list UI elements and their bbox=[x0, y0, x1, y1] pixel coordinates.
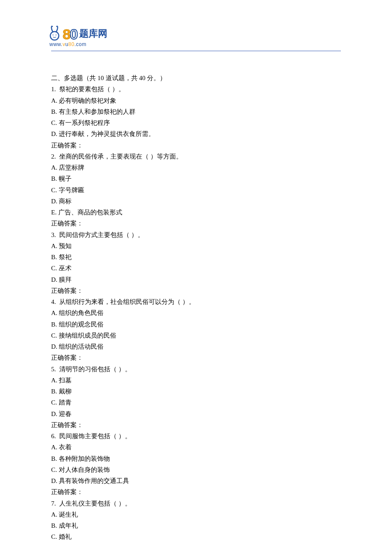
option-line: D. 组织的活动民俗 bbox=[51, 341, 341, 352]
option-line: B. 有主祭人和参加祭祀的人群 bbox=[51, 106, 341, 117]
option-label: A. bbox=[51, 97, 58, 104]
question-number: 4. bbox=[51, 298, 56, 305]
question-block: 5. 清明节的习俗包括（ ）。A. 扫墓B. 戴柳C. 踏青D. 迎春正确答案： bbox=[51, 364, 341, 431]
spacing bbox=[56, 153, 59, 160]
question-text: 民间信仰方式主要包括（ ）。 bbox=[59, 231, 144, 238]
option-label: A. bbox=[51, 164, 58, 171]
option-text: 踏青 bbox=[59, 399, 72, 406]
site-logo: 8 0 题库网 www.vu80.com bbox=[49, 26, 107, 49]
option-text: 具有装饰作用的交通工具 bbox=[59, 477, 129, 484]
question-stem: 4. 从组织行为来看，社会组织民俗可以分为（ ）。 bbox=[51, 296, 341, 307]
spacing bbox=[56, 366, 59, 373]
option-text: 膜拜 bbox=[59, 276, 72, 283]
option-text: 幌子 bbox=[59, 175, 72, 182]
answer-label: 正确答案： bbox=[51, 486, 341, 497]
option-label: C. bbox=[51, 187, 57, 194]
option-label: D. bbox=[51, 343, 58, 350]
option-text: 祭祀 bbox=[59, 254, 72, 260]
question-stem: 5. 清明节的习俗包括（ ）。 bbox=[51, 364, 341, 375]
logo-url: www.vu80.com bbox=[49, 40, 107, 49]
option-line: C. 巫术 bbox=[51, 263, 341, 274]
question-block: 2. 坐商的民俗传承，主要表现在（ ）等方面。A. 店堂标牌B. 幌子C. 字号… bbox=[51, 151, 341, 229]
option-text: 店堂标牌 bbox=[59, 164, 84, 171]
question-stem: 1. 祭祀的要素包括（ ）。 bbox=[51, 84, 341, 95]
option-label: D. bbox=[51, 477, 58, 484]
option-label: B. bbox=[51, 455, 57, 462]
option-label: D. bbox=[51, 276, 58, 283]
option-line: B. 成年礼 bbox=[51, 520, 341, 531]
option-line: B. 戴柳 bbox=[51, 386, 341, 397]
option-line: B. 幌子 bbox=[51, 173, 341, 184]
option-line: A. 预知 bbox=[51, 240, 341, 251]
option-line: A. 店堂标牌 bbox=[51, 162, 341, 173]
answer-label: 正确答案： bbox=[51, 352, 341, 363]
option-line: B. 组织的观念民俗 bbox=[51, 319, 341, 330]
option-line: C. 婚礼 bbox=[51, 531, 341, 542]
option-line: C. 字号牌匾 bbox=[51, 185, 341, 196]
option-line: C. 接纳组织成员的民俗 bbox=[51, 330, 341, 341]
option-label: B. bbox=[51, 522, 57, 529]
question-text: 从组织行为来看，社会组织民俗可以分为（ ）。 bbox=[59, 298, 195, 305]
spacing bbox=[56, 298, 59, 305]
option-text: 戴柳 bbox=[59, 388, 72, 395]
option-text: 必有明确的祭祀对象 bbox=[59, 97, 116, 104]
page-header: 8 0 题库网 www.vu80.com bbox=[51, 26, 341, 51]
option-label: A. bbox=[51, 377, 58, 384]
answer-label: 正确答案： bbox=[51, 419, 341, 431]
option-line: D. 商标 bbox=[51, 196, 341, 207]
spacing bbox=[56, 500, 59, 507]
question-number: 2. bbox=[51, 153, 56, 160]
logo-digit-8: 8 bbox=[63, 28, 70, 41]
question-block: 6. 民间服饰主要包括（ ）。A. 衣着B. 各种附加的装饰物C. 对人体自身的… bbox=[51, 431, 341, 498]
question-number: 3. bbox=[51, 231, 56, 238]
question-number: 6. bbox=[51, 433, 56, 439]
option-line: D. 膜拜 bbox=[51, 274, 341, 285]
option-text: 迎春 bbox=[59, 410, 72, 417]
option-line: D. 进行奉献，为神灵提供衣食所需。 bbox=[51, 128, 341, 139]
option-label: C. bbox=[51, 265, 57, 272]
option-line: D. 迎春 bbox=[51, 408, 341, 419]
option-label: E. bbox=[51, 209, 57, 216]
option-text: 对人体自身的装饰 bbox=[59, 466, 110, 473]
option-text: 进行奉献，为神灵提供衣食所需。 bbox=[59, 130, 155, 137]
question-block: 7. 人生礼仪主要包括（ ）。A. 诞生礼B. 成年礼C. 婚礼 bbox=[51, 498, 341, 543]
answer-label: 正确答案： bbox=[51, 140, 341, 151]
logo-brand-text: 题库网 bbox=[79, 28, 107, 41]
option-line: A. 扫墓 bbox=[51, 375, 341, 386]
option-text: 广告、商品的包装形式 bbox=[58, 209, 122, 216]
question-text: 祭祀的要素包括（ ）。 bbox=[59, 86, 125, 92]
spacing bbox=[56, 86, 59, 92]
answer-label: 正确答案： bbox=[51, 218, 341, 229]
option-label: A. bbox=[51, 309, 58, 316]
document-content: 二、多选题（共 10 道试题，共 40 分。） 1. 祭祀的要素包括（ ）。A.… bbox=[51, 72, 341, 543]
option-label: C. bbox=[51, 119, 57, 126]
logo-digit-0: 0 bbox=[70, 28, 78, 41]
option-text: 婚礼 bbox=[59, 533, 72, 540]
option-line: A. 组织的角色民俗 bbox=[51, 307, 341, 318]
question-stem: 6. 民间服饰主要包括（ ）。 bbox=[51, 431, 341, 442]
logo-graphic-row: 8 0 题库网 bbox=[49, 26, 107, 41]
option-text: 扫墓 bbox=[59, 377, 72, 384]
question-stem: 7. 人生礼仪主要包括（ ）。 bbox=[51, 498, 341, 509]
question-number: 1. bbox=[51, 86, 56, 92]
option-text: 诞生礼 bbox=[59, 511, 78, 518]
option-text: 各种附加的装饰物 bbox=[59, 455, 110, 462]
question-stem: 2. 坐商的民俗传承，主要表现在（ ）等方面。 bbox=[51, 151, 341, 162]
option-line: E. 广告、商品的包装形式 bbox=[51, 207, 341, 218]
question-text: 坐商的民俗传承，主要表现在（ ）等方面。 bbox=[59, 153, 182, 160]
option-line: C. 对人体自身的装饰 bbox=[51, 464, 341, 475]
question-block: 1. 祭祀的要素包括（ ）。A. 必有明确的祭祀对象B. 有主祭人和参加祭祀的人… bbox=[51, 84, 341, 151]
option-label: C. bbox=[51, 399, 57, 406]
section-title: 二、多选题（共 10 道试题，共 40 分。） bbox=[51, 72, 341, 84]
option-label: B. bbox=[51, 388, 57, 395]
option-label: A. bbox=[51, 511, 58, 518]
option-label: B. bbox=[51, 321, 57, 328]
option-text: 字号牌匾 bbox=[59, 187, 84, 194]
svg-point-0 bbox=[50, 32, 59, 40]
option-text: 有主祭人和参加祭祀的人群 bbox=[59, 108, 135, 115]
question-number: 7. bbox=[51, 500, 56, 507]
option-text: 接纳组织成员的民俗 bbox=[59, 332, 116, 339]
question-text: 民间服饰主要包括（ ）。 bbox=[59, 433, 131, 439]
option-line: A. 诞生礼 bbox=[51, 509, 341, 520]
url-com: .com bbox=[75, 41, 86, 47]
